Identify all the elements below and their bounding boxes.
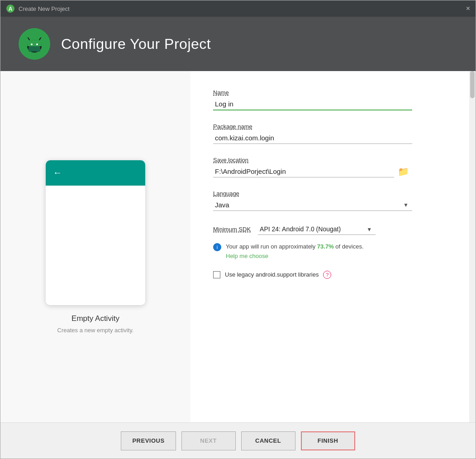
scrollbar-track xyxy=(469,71,476,422)
min-sdk-label: Minimum SDK xyxy=(213,226,251,233)
android-logo-icon xyxy=(24,33,45,54)
right-panel: Name Package name Save location 📁 xyxy=(190,71,476,422)
language-select-wrapper: Java Kotlin ▼ xyxy=(213,199,412,211)
min-sdk-select[interactable]: API 24: Android 7.0 (Nougat) API 21: And… xyxy=(258,224,376,235)
name-input[interactable] xyxy=(213,98,412,110)
title-bar-left: A Create New Project xyxy=(6,4,70,13)
legacy-label: Use legacy android.support libraries xyxy=(225,271,319,278)
info-suffix: of devices. xyxy=(334,243,364,250)
close-button[interactable]: × xyxy=(466,5,470,12)
min-sdk-select-wrapper: API 24: Android 7.0 (Nougat) API 21: And… xyxy=(258,224,376,235)
name-label: Name xyxy=(213,89,453,96)
window: A Create New Project × xyxy=(0,0,476,459)
package-name-input[interactable] xyxy=(213,132,412,144)
next-button[interactable]: NEXT xyxy=(181,431,236,450)
legacy-checkbox[interactable] xyxy=(213,271,220,278)
info-icon: i xyxy=(213,243,221,251)
header: Configure Your Project xyxy=(0,17,476,71)
title-bar: A Create New Project × xyxy=(0,0,476,17)
save-location-field-group: Save location 📁 xyxy=(213,157,453,177)
phone-body xyxy=(46,186,145,305)
activity-name: Empty Activity xyxy=(71,314,119,323)
help-me-choose-link[interactable]: Help me choose xyxy=(226,253,268,259)
svg-point-9 xyxy=(40,36,42,38)
min-sdk-row: Minimum SDK API 24: Android 7.0 (Nougat)… xyxy=(213,224,453,235)
scrollbar-thumb[interactable] xyxy=(470,71,475,98)
save-location-input[interactable] xyxy=(213,166,394,177)
name-field-group: Name xyxy=(213,89,453,110)
sdk-info-text: Your app will run on approximately 73.7%… xyxy=(226,242,364,260)
left-panel: ← Empty Activity Creates a new empty act… xyxy=(0,71,190,422)
svg-point-11 xyxy=(36,43,38,45)
page-title: Configure Your Project xyxy=(61,36,211,53)
finish-button[interactable]: FINISH xyxy=(301,431,355,450)
save-location-label: Save location xyxy=(213,157,453,164)
previous-button[interactable]: PREVIOUS xyxy=(121,431,176,450)
package-name-field-group: Package name xyxy=(213,123,453,144)
language-select[interactable]: Java Kotlin xyxy=(213,199,412,211)
package-name-label: Package name xyxy=(213,123,453,130)
svg-rect-12 xyxy=(29,46,40,52)
svg-point-8 xyxy=(27,36,29,38)
android-studio-icon: A xyxy=(6,4,15,13)
save-location-row: 📁 xyxy=(213,166,453,177)
footer: PREVIOUS NEXT CANCEL FINISH xyxy=(0,422,476,459)
phone-toolbar: ← xyxy=(46,160,145,186)
info-prefix: Your app will run on approximately xyxy=(226,243,317,250)
back-arrow-icon: ← xyxy=(53,167,62,178)
svg-point-10 xyxy=(31,43,33,45)
legacy-help-icon[interactable]: ? xyxy=(323,271,331,279)
sdk-info-section: i Your app will run on approximately 73.… xyxy=(213,242,453,260)
activity-description: Creates a new empty activity. xyxy=(57,327,134,334)
legacy-libraries-row: Use legacy android.support libraries ? xyxy=(213,271,453,279)
svg-text:A: A xyxy=(9,6,13,12)
content-area: ← Empty Activity Creates a new empty act… xyxy=(0,71,476,422)
info-percentage: 73.7% xyxy=(317,243,334,250)
language-field-group: Language Java Kotlin ▼ xyxy=(213,190,453,211)
language-label: Language xyxy=(213,190,453,197)
android-logo xyxy=(19,28,50,60)
phone-preview: ← xyxy=(46,160,145,305)
cancel-button[interactable]: CANCEL xyxy=(241,431,295,450)
title-bar-title: Create New Project xyxy=(19,5,70,12)
folder-icon[interactable]: 📁 xyxy=(398,166,409,177)
